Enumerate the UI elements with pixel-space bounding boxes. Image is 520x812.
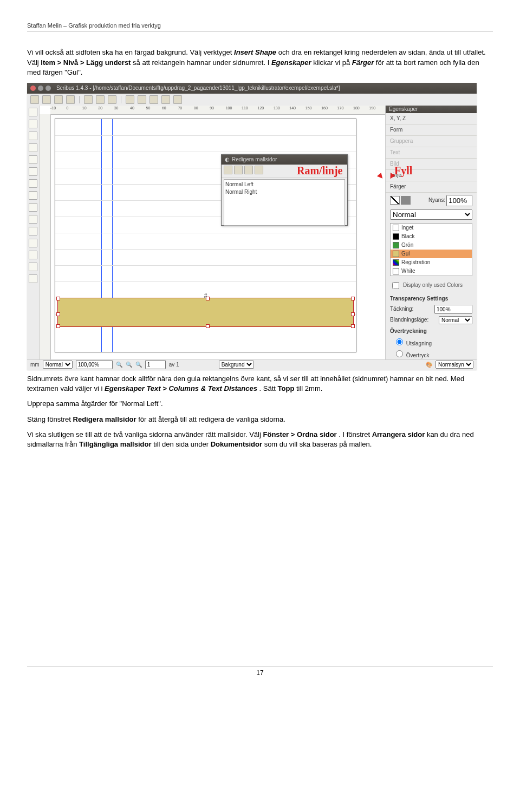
color-gul: Gul [391, 250, 472, 258]
color-mgmt-icon[interactable]: 🎨 [426, 361, 432, 369]
canvas-area[interactable]: -100102030405060708090100110120130140150… [40, 106, 385, 360]
props-xyz[interactable]: X, Y, Z [386, 113, 477, 125]
minimize-icon[interactable] [38, 86, 43, 91]
fill-mode-icon[interactable] [401, 196, 411, 205]
master-page-list[interactable]: Normal Left Normal Right [224, 179, 345, 226]
left-toolbar [27, 106, 40, 360]
transparency-heading: Transparency Settings [386, 293, 477, 304]
paragraph-2: Sidnumrets övre kant hamnar dock alltför… [27, 374, 493, 394]
overprint-overprint[interactable]: Övertryck [386, 348, 477, 360]
p1-t3: Item > Nivå > Lägg underst [41, 58, 131, 67]
color-registration: Registration [391, 258, 472, 267]
color-list[interactable]: Inget Black Grön Gul Registration White [390, 223, 472, 276]
copy-icon[interactable] [161, 95, 170, 104]
zoom-tool-icon[interactable] [29, 227, 37, 235]
save-icon[interactable] [54, 95, 63, 104]
paste-icon[interactable] [173, 95, 182, 104]
stroke-mode-icon[interactable] [390, 196, 400, 205]
dlg-import-icon[interactable] [244, 166, 253, 174]
p1-t7: Färger [352, 58, 374, 67]
print-icon[interactable] [84, 95, 93, 104]
link-tool-icon[interactable] [29, 251, 37, 259]
page-footer: 17 [27, 666, 493, 678]
vertical-ruler [40, 114, 51, 360]
footer-rectangle[interactable] [57, 298, 354, 327]
zoom-out-icon[interactable]: 🔍 [116, 361, 122, 369]
tackning-input[interactable] [434, 305, 472, 314]
open-icon[interactable] [42, 95, 51, 104]
page-number-marker: # [204, 292, 207, 300]
rotate-tool-icon[interactable] [29, 215, 37, 224]
line-tool-icon[interactable] [29, 179, 37, 188]
bezier-tool-icon[interactable] [29, 191, 37, 200]
p1-t0: Vi vill också att sidfoten ska ha en fär… [27, 48, 234, 56]
color-black: Black [391, 232, 472, 241]
imageframe-tool-icon[interactable] [29, 132, 37, 140]
props-text: Text [386, 147, 477, 159]
page-header: Staffan Melin – Grafisk produktion med f… [27, 22, 493, 31]
p1-t5: Egenskaper [271, 58, 311, 67]
color-gron: Grön [391, 241, 472, 250]
maximize-icon[interactable] [46, 86, 51, 91]
eyedropper-tool-icon[interactable] [29, 274, 37, 283]
status-bar: mm Normal 🔍 🔍 🔍 av 1 Bakgrund 🎨 Normalsy… [27, 359, 477, 370]
zoom-in-icon[interactable]: 🔍 [135, 361, 142, 369]
zoom-reset-icon[interactable]: 🔍 [126, 361, 132, 369]
dlg-delete-icon[interactable] [255, 166, 263, 174]
properties-panel: Egenskaper X, Y, Z Form Gruppera Text Bi… [385, 106, 477, 360]
document-page[interactable]: # [55, 119, 356, 352]
props-group: Gruppera [386, 136, 477, 147]
color-white: White [391, 267, 472, 276]
edit-tool-icon[interactable] [29, 239, 37, 247]
props-farger[interactable]: Färger [386, 181, 477, 193]
props-form[interactable]: Form [386, 125, 477, 136]
status-page-of: av 1 [169, 361, 179, 369]
color-inget: Inget [391, 224, 472, 232]
master-item-left[interactable]: Normal Left [225, 181, 343, 188]
status-unit[interactable]: mm [30, 361, 40, 369]
paragraph-3: Upprepa samma åtgärder för "Normal Left"… [27, 399, 493, 409]
status-mode-select[interactable]: Normal [43, 361, 73, 369]
shape-tool-icon[interactable] [29, 155, 37, 164]
redo-icon[interactable] [138, 95, 146, 104]
close-icon[interactable] [30, 86, 36, 91]
pdf-icon[interactable] [108, 95, 116, 104]
master-item-right[interactable]: Normal Right [225, 188, 343, 196]
preflight-icon[interactable] [96, 95, 105, 104]
p1-t4: så att rektangeln hamnar under sidnumret… [133, 58, 271, 67]
status-page-input[interactable] [145, 360, 166, 369]
new-icon[interactable] [30, 95, 39, 104]
blend-label: Blandningsläge: [390, 316, 437, 324]
overprint-knockout[interactable]: Utslagning [386, 336, 477, 348]
horizontal-ruler: -100102030405060708090100110120130140150… [50, 106, 385, 115]
status-layer-select[interactable]: Bakgrund [219, 361, 254, 369]
undo-icon[interactable] [126, 95, 134, 104]
cut-icon[interactable] [150, 95, 158, 104]
tint-input[interactable] [446, 195, 472, 206]
annotation-ram-linje: Ram/linje [297, 163, 342, 178]
select-tool-icon[interactable] [29, 108, 37, 116]
window-title: Scribus 1.4.3 - [/home/staffan/Documents… [56, 84, 340, 92]
p1-t6: klickar vi på [313, 58, 352, 67]
measure-tool-icon[interactable] [29, 263, 37, 271]
blend-select[interactable]: Normal [439, 316, 472, 324]
fill-mode-select[interactable]: Normal [390, 209, 472, 220]
properties-title: Egenskaper [386, 106, 477, 113]
window-titlebar: Scribus 1.4.3 - [/home/staffan/Documents… [27, 83, 477, 94]
only-used-checkbox[interactable]: Display only used Colors [390, 280, 472, 291]
freehand-tool-icon[interactable] [29, 203, 37, 212]
dlg-new-icon[interactable] [224, 166, 232, 174]
overprint-heading: Övertryckning [386, 325, 477, 336]
table-tool-icon[interactable] [29, 143, 37, 152]
dlg-dup-icon[interactable] [234, 166, 243, 174]
chevron-down-icon[interactable] [29, 167, 37, 176]
close-doc-icon[interactable] [66, 95, 75, 104]
paragraph-4: Stäng fönstret Redigera mallsidor för at… [27, 415, 493, 424]
paragraph-5: Vi ska slutligen se till att de två vanl… [27, 430, 493, 449]
status-view-select[interactable]: Normalsyn [435, 361, 473, 369]
p1-t1: Insert Shape [234, 48, 276, 56]
textframe-tool-icon[interactable] [29, 120, 37, 128]
annotation-fyll: Fyll [394, 163, 412, 178]
status-zoom-input[interactable] [76, 360, 113, 369]
scribus-screenshot: Scribus 1.4.3 - [/home/staffan/Documents… [27, 83, 477, 370]
